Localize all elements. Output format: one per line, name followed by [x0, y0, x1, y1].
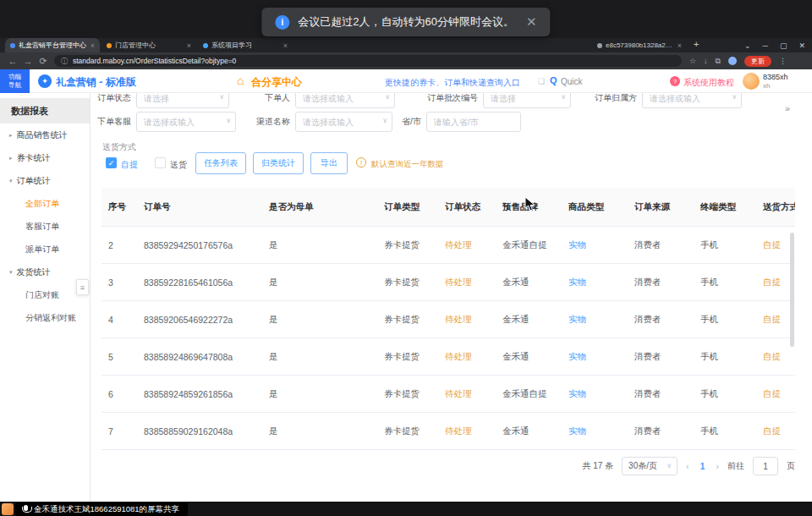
table-row: 7 83858859029162048a 是 券卡提货 待处理 金禾通 实物 消…	[102, 413, 795, 450]
sidebar-item-all-orders[interactable]: 全部订单	[0, 192, 90, 215]
meeting-toast: i 会议已超过2人，自动转为60分钟限时会议。 ✕	[261, 8, 550, 36]
site-info-icon[interactable]: ⓘ	[61, 57, 68, 66]
channel-name-input[interactable]	[295, 112, 392, 132]
tab-title: 门店管理中心	[115, 41, 184, 50]
toast-message: 会议已超过2人，自动转为60分钟限时会议。	[298, 14, 514, 30]
tutorial-link[interactable]: 系统使用教程	[683, 77, 734, 89]
maximize-icon[interactable]: ▢	[780, 41, 787, 50]
product-type-link[interactable]: 实物	[562, 425, 628, 437]
tab-search-icon[interactable]: ⌄	[744, 41, 751, 50]
filter-group: 省/市	[402, 112, 521, 132]
browser-tab-2[interactable]: 门店管理中心 ×	[102, 38, 196, 52]
col-header: 是否为母单	[262, 201, 377, 213]
browser-tab-3[interactable]: 系统项目学习 ×	[198, 38, 293, 52]
url-text: standard.maboy.cn/OrderStatisticsDetail?…	[73, 57, 236, 65]
total-count: 共 17 条	[582, 460, 613, 472]
quick-search-icon[interactable]: Q	[550, 75, 557, 85]
service-agent-input[interactable]	[136, 112, 236, 132]
download-icon[interactable]: ↓	[704, 57, 708, 65]
pickup-checkbox-label[interactable]: 自提	[121, 159, 138, 171]
minimize-icon[interactable]: ─	[763, 41, 768, 50]
filter-label: 订单状态	[97, 93, 131, 104]
sidebar: 数据报表 ▸ 商品销售统计 ▸ 券卡统计 ▾ 订单统计 全部订单 客服订单 派单…	[0, 93, 91, 502]
orderer-input[interactable]	[295, 93, 395, 108]
close-window-icon[interactable]: ✕	[798, 41, 805, 50]
delivery-checkbox[interactable]	[155, 157, 166, 168]
product-type-link[interactable]: 实物	[562, 239, 628, 251]
new-tab-icon[interactable]: +	[694, 39, 699, 49]
order-status-input[interactable]	[136, 93, 229, 108]
table-scrollbar[interactable]	[790, 233, 794, 347]
more-menu-icon[interactable]: ⋮	[779, 57, 787, 65]
province-city-field[interactable]	[426, 112, 521, 132]
goto-page-input[interactable]	[753, 457, 778, 475]
browser-tab-1[interactable]: 礼盒营销平台管理中心 ×	[5, 38, 100, 52]
table-row: 6 83858924859261856a 是 券卡提货 待处理 金禾通自提 实物…	[102, 376, 795, 413]
order-owner-input[interactable]	[642, 93, 742, 108]
browser-addressbar: ← → ⟳ ⓘ standard.maboy.cn/OrderStatistic…	[0, 52, 812, 69]
sidebar-item-product-sales[interactable]: ▸ 商品销售统计	[0, 124, 90, 146]
url-input[interactable]: ⓘ standard.maboy.cn/OrderStatisticsDetai…	[54, 55, 682, 67]
order-batch-input[interactable]	[483, 93, 571, 108]
refresh-icon[interactable]: ⟳	[36, 56, 51, 67]
page-unit-label: 页	[787, 460, 795, 472]
delivery-checkbox-label[interactable]: 送货	[170, 159, 187, 171]
tab-close-icon[interactable]: ×	[187, 41, 191, 50]
main-content: 订单状态 ∨ 下单人 ∨ 订单批次编号 ∨ 订单归属方 ∨	[91, 93, 812, 502]
province-city-input[interactable]	[426, 112, 521, 132]
category-stats-button[interactable]: 归类统计	[253, 152, 304, 174]
page-size-select[interactable]: 30条/页 ∨	[622, 457, 678, 475]
task-list-button[interactable]: 任务列表	[195, 152, 246, 174]
prev-page-icon[interactable]: ‹	[686, 461, 689, 471]
meeting-avatar	[2, 503, 14, 515]
table-row: 2 83859294250176576a 是 券卡提货 待处理 金禾通自提 实物…	[102, 227, 795, 264]
profile-icon[interactable]	[728, 57, 737, 65]
product-type-link[interactable]: 实物	[562, 314, 628, 326]
filter-label: 下单客服	[97, 116, 131, 128]
table-row: 4 83859206546922272a 是 券卡提货 待处理 金禾通 实物 消…	[102, 301, 795, 338]
sidebar-item-coupon-stats[interactable]: ▸ 券卡统计	[0, 146, 90, 169]
collapse-filters-icon[interactable]: »	[785, 103, 790, 113]
user-avatar[interactable]	[743, 73, 760, 90]
order-batch-select[interactable]: ∨	[483, 93, 571, 108]
tab-favicon	[597, 43, 602, 48]
quick-label[interactable]: Quick	[561, 77, 583, 86]
sidebar-item-dispatch-orders[interactable]: 派单订单	[0, 238, 90, 261]
tab-close-icon[interactable]: ×	[678, 41, 682, 50]
back-icon[interactable]: ←	[5, 56, 20, 66]
service-agent-select[interactable]: ∨	[136, 112, 236, 132]
pickup-checkbox[interactable]: ✓	[106, 157, 117, 168]
order-owner-select[interactable]: ∨	[642, 93, 742, 108]
bookmark-star-icon[interactable]: ☆	[689, 57, 696, 65]
share-center-link[interactable]: 合分享中心	[251, 75, 302, 90]
sidebar-item-service-orders[interactable]: 客服订单	[0, 215, 90, 238]
product-type-link[interactable]: 实物	[562, 351, 628, 363]
chat-icon: ❏	[538, 77, 545, 85]
tab-close-icon[interactable]: ×	[91, 41, 95, 50]
close-icon[interactable]: ✕	[526, 14, 537, 30]
next-page-icon[interactable]: ›	[716, 461, 719, 471]
table-header-row: 序号 订单号 是否为母单 订单类型 订单状态 预售品牌 商品类型 订单来源 终端…	[102, 188, 795, 227]
sidebar-item-order-stats[interactable]: ▾ 订单统计	[0, 169, 90, 192]
current-page[interactable]: 1	[698, 462, 708, 471]
sidebar-item-rebate-reconciliation[interactable]: 分销返利对账	[0, 306, 90, 329]
sidebar-item-label: 券卡统计	[17, 152, 51, 164]
tab-close-icon[interactable]: ×	[283, 41, 288, 50]
sidebar-drag-handle[interactable]: ≡	[76, 279, 89, 295]
product-type-link[interactable]: 实物	[562, 277, 628, 288]
tab-favicon	[107, 43, 112, 48]
browser-tab-4[interactable]: e8c573980b1328a258fd2e6 ×	[592, 38, 687, 52]
update-button[interactable]: 更新	[744, 56, 771, 67]
extensions-icon[interactable]: ⧉	[716, 57, 721, 66]
forward-icon[interactable]: →	[20, 56, 36, 66]
nav-toggle-line2: 导航	[8, 81, 21, 90]
export-button[interactable]: 导出	[310, 152, 348, 174]
product-type-link[interactable]: 实物	[562, 388, 628, 400]
order-status-select[interactable]: ∨	[136, 93, 229, 108]
channel-name-select[interactable]: ∨	[295, 112, 392, 132]
function-nav-toggle[interactable]: 功能 导航	[0, 69, 30, 93]
orderer-select[interactable]: ∨	[295, 93, 395, 108]
filter-group: 订单归属方 ∨	[595, 93, 742, 108]
app-page: 功能 导航 ✦ 礼盒营销 - 标准版 ⌂ 合分享中心 更快捷的券卡、订单和快递查…	[0, 69, 812, 502]
quick-entry-link[interactable]: 更快捷的券卡、订单和快递查询入口	[385, 77, 520, 89]
